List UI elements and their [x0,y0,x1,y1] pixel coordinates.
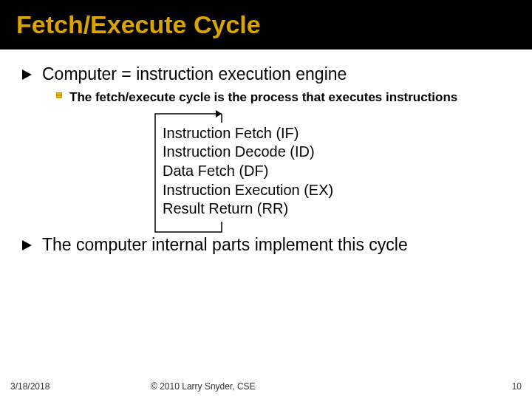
cycle-step-rr: Result Return (RR) [163,200,392,219]
bullet-2-text: The computer internal parts implement th… [42,235,408,256]
bullet-arrow-icon [22,69,32,80]
cycle-step-id: Instruction Decode (ID) [163,143,392,162]
bullet-1: Computer = instruction execution engine [22,64,510,85]
slide-content: Computer = instruction execution engine … [0,50,532,255]
title-bar: Fetch/Execute Cycle [0,0,532,50]
slide-title: Fetch/Execute Cycle [16,10,532,39]
bullet-arrow-icon [22,240,32,250]
bullet-2: The computer internal parts implement th… [22,235,510,256]
cycle-step-ex: Instruction Execution (EX) [163,181,392,200]
sub-bullet-1-text: The fetch/execute cycle is the process t… [69,89,457,105]
footer-copyright: © 2010 Larry Snyder, CSE [77,381,492,392]
bullet-1-text: Computer = instruction execution engine [42,64,347,85]
footer-date: 3/18/2018 [10,381,77,392]
cycle-step-df: Data Fetch (DF) [163,162,392,181]
sub-bullet-1: The fetch/execute cycle is the process t… [56,89,510,105]
footer-page-number: 10 [492,381,522,392]
slide-footer: 3/18/2018 © 2010 Larry Snyder, CSE 10 [0,381,532,392]
sub-bullet-square-icon [56,92,62,98]
cycle-step-if: Instruction Fetch (IF) [163,124,392,143]
cycle-diagram: Instruction Fetch (IF) Instruction Decod… [163,124,392,219]
